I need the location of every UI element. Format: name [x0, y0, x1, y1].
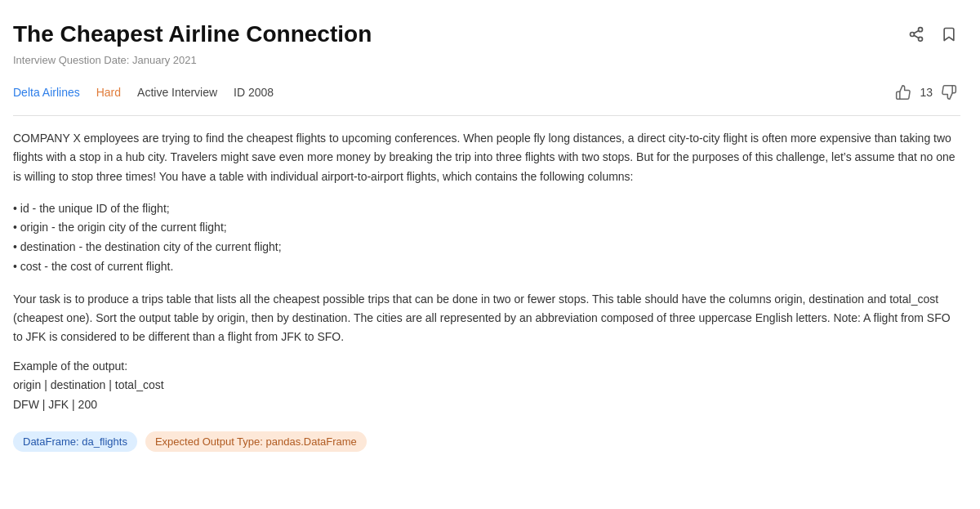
bookmark-button[interactable]	[938, 23, 960, 46]
tag-output-type[interactable]: Expected Output Type: pandas.DataFrame	[145, 431, 367, 452]
example-table: origin | destination | total_cost DFW | …	[13, 376, 960, 415]
vote-count: 13	[920, 86, 933, 99]
intro-text: COMPANY X employees are trying to find t…	[13, 129, 960, 185]
bullet-item-destination: • destination - the destination city of …	[13, 238, 960, 257]
page-header: The Cheapest Airline Connection	[13, 20, 960, 49]
status-label: Active Interview	[137, 86, 217, 99]
difficulty-badge: Hard	[96, 86, 121, 99]
question-id: ID 2008	[234, 86, 274, 99]
date-label: Interview Question Date: January 2021	[13, 54, 960, 66]
bullet-list: • id - the unique ID of the flight; • or…	[13, 199, 960, 277]
meta-row: Delta Airlines Hard Active Interview ID …	[13, 81, 960, 116]
example-data-row: DFW | JFK | 200	[13, 395, 960, 415]
bullet-item-origin: • origin - the origin city of the curren…	[13, 218, 960, 238]
page-title: The Cheapest Airline Connection	[13, 20, 372, 49]
tag-dataframe[interactable]: DataFrame: da_flights	[13, 431, 137, 452]
example-header-row: origin | destination | total_cost	[13, 376, 960, 395]
task-text: Your task is to produce a trips table th…	[13, 290, 960, 346]
svg-line-4	[914, 30, 919, 33]
bullet-item-cost: • cost - the cost of current flight.	[13, 257, 960, 277]
svg-line-3	[914, 35, 919, 38]
bullet-item-id: • id - the unique ID of the flight;	[13, 199, 960, 219]
header-icons	[905, 20, 960, 46]
share-button[interactable]	[905, 23, 928, 46]
example-section: Example of the output: origin | destinat…	[13, 359, 960, 415]
tags-row: DataFrame: da_flights Expected Output Ty…	[13, 431, 960, 452]
thumbs-up-button[interactable]	[892, 81, 915, 104]
company-link[interactable]: Delta Airlines	[13, 86, 80, 99]
thumbs-down-button[interactable]	[938, 81, 960, 104]
vote-section: 13	[892, 81, 960, 104]
example-label: Example of the output:	[13, 359, 960, 373]
